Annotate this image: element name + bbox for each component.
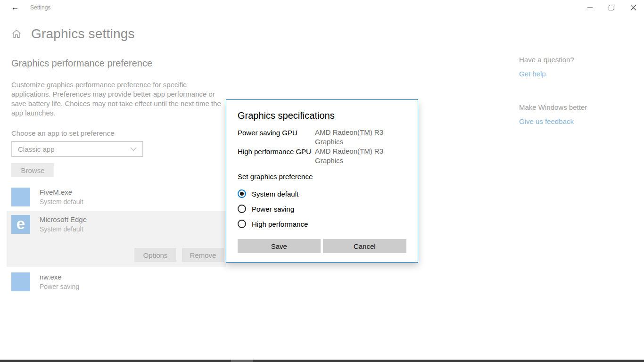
graphics-specifications-dialog: Graphics specifications Power saving GPU… xyxy=(226,99,418,263)
spec-value: AMD Radeon(TM) R3 Graphics xyxy=(315,147,402,165)
chevron-down-icon xyxy=(130,147,137,151)
app-preference: Power saving xyxy=(40,283,79,290)
set-preference-label: Set graphics preference xyxy=(238,173,406,181)
nw-app-icon xyxy=(11,272,30,291)
titlebar: ← Settings xyxy=(0,0,644,15)
section-heading: Graphics performance preference xyxy=(11,58,152,69)
spec-row-power-saving: Power saving GPU AMD Radeon(TM) R3 Graph… xyxy=(238,128,406,147)
radio-selected-icon xyxy=(238,189,246,198)
radio-high-performance[interactable]: High performance xyxy=(238,216,406,231)
app-name: FiveM.exe xyxy=(40,188,83,196)
close-button[interactable] xyxy=(622,0,644,15)
taskbar-active-segment xyxy=(231,360,253,362)
radio-label: High performance xyxy=(252,220,308,228)
restore-icon xyxy=(609,5,614,10)
app-row-microsoft-edge[interactable]: e Microsoft Edge System default Options … xyxy=(7,211,226,267)
help-sidebar: Have a question? Get help Make Windows b… xyxy=(519,56,637,125)
app-name: nw.exe xyxy=(40,273,79,281)
app-preference: System default xyxy=(40,225,87,233)
question-heading: Have a question? xyxy=(519,56,637,64)
browse-button[interactable]: Browse xyxy=(11,163,54,177)
description-text: Customize graphics performance preferenc… xyxy=(11,80,224,118)
cancel-button[interactable]: Cancel xyxy=(323,239,407,253)
preference-radio-group: System default Power saving High perform… xyxy=(238,186,406,231)
give-feedback-link[interactable]: Give us feedback xyxy=(519,117,637,125)
taskbar-edge[interactable] xyxy=(0,360,644,362)
radio-label: System default xyxy=(252,190,298,198)
app-type-selected-value: Classic app xyxy=(18,145,130,153)
page-header: Graphics settings xyxy=(11,26,135,41)
spec-label: High performance GPU xyxy=(238,147,315,165)
radio-unselected-icon xyxy=(238,205,246,213)
dialog-buttons: Save Cancel xyxy=(238,239,406,253)
radio-system-default[interactable]: System default xyxy=(238,186,406,201)
app-type-dropdown[interactable]: Classic app xyxy=(11,141,143,157)
dialog-title: Graphics specifications xyxy=(238,110,406,121)
choose-app-label: Choose an app to set preference xyxy=(11,129,114,137)
app-row-nw[interactable]: nw.exe Power saving xyxy=(7,269,226,295)
get-help-link[interactable]: Get help xyxy=(519,70,637,78)
edge-e-glyph: e xyxy=(17,214,25,233)
app-name: Microsoft Edge xyxy=(40,215,87,223)
home-icon[interactable] xyxy=(11,29,22,39)
back-arrow-icon: ← xyxy=(11,3,19,12)
app-row-fivem[interactable]: FiveM.exe System default xyxy=(7,184,226,210)
remove-button[interactable]: Remove xyxy=(182,248,224,262)
minimize-button[interactable] xyxy=(579,0,601,15)
app-row-texts: Microsoft Edge System default xyxy=(40,215,87,233)
gpu-spec-table: Power saving GPU AMD Radeon(TM) R3 Graph… xyxy=(238,128,406,165)
app-row-texts: FiveM.exe System default xyxy=(40,188,83,206)
options-button[interactable]: Options xyxy=(134,248,176,262)
edge-app-icon: e xyxy=(11,215,30,234)
app-row-actions: Options Remove xyxy=(134,248,224,262)
radio-power-saving[interactable]: Power saving xyxy=(238,201,406,216)
fivem-app-icon xyxy=(11,188,30,206)
feedback-heading: Make Windows better xyxy=(519,103,637,111)
back-button[interactable]: ← xyxy=(6,0,25,15)
page-title: Graphics settings xyxy=(31,26,135,41)
spec-row-high-performance: High performance GPU AMD Radeon(TM) R3 G… xyxy=(238,147,406,165)
restore-button[interactable] xyxy=(601,0,622,15)
app-preference: System default xyxy=(40,198,83,206)
spec-value: AMD Radeon(TM) R3 Graphics xyxy=(315,128,402,147)
radio-unselected-icon xyxy=(238,220,246,228)
spec-label: Power saving GPU xyxy=(238,128,315,147)
close-icon xyxy=(631,5,636,10)
app-row-texts: nw.exe Power saving xyxy=(40,272,79,290)
radio-label: Power saving xyxy=(252,205,294,213)
window-title: Settings xyxy=(30,0,50,15)
window-controls xyxy=(579,0,644,15)
minimize-icon xyxy=(587,5,593,10)
save-button[interactable]: Save xyxy=(238,239,321,253)
